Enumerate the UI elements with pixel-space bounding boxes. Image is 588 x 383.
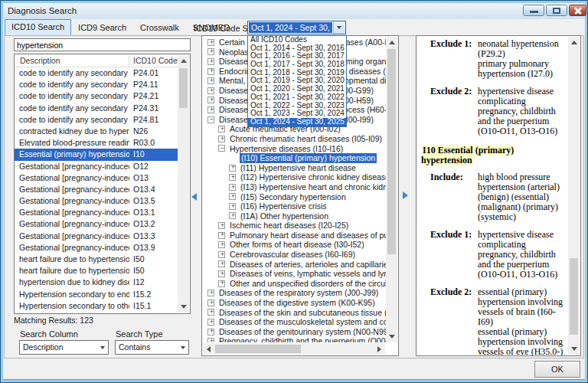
expand-toggle-icon[interactable]: + <box>207 338 214 342</box>
scroll-up-icon[interactable] <box>568 37 580 48</box>
column-header-code[interactable]: ICD10 Code <box>133 56 178 65</box>
tree-item[interactable]: +(I16) Hypertensive crisis <box>203 201 387 211</box>
scroll-left-icon[interactable] <box>203 343 214 355</box>
tree-item[interactable]: +(I13) Hypertensive heart and chronic ki… <box>203 182 387 192</box>
dropdown-option[interactable]: Oct 1, 2016 - Sept 30, 2017 <box>248 52 346 61</box>
table-row[interactable]: code to identify any secondary pul...P24… <box>15 67 178 79</box>
title-bar[interactable]: Diagnosis Search <box>3 3 585 19</box>
expand-toggle-icon[interactable]: + <box>218 136 225 142</box>
tree-item[interactable]: +Diseases of the respiratory system (J00… <box>203 288 387 298</box>
expand-toggle-icon[interactable]: + <box>218 126 225 133</box>
tree-item[interactable]: (I10) Essential (primary) hypertension <box>203 153 387 163</box>
expand-toggle-icon[interactable]: + <box>207 300 214 306</box>
scroll-up-icon[interactable] <box>178 55 189 67</box>
tree-item[interactable]: +Pulmonary heart disease and diseases of… <box>203 231 387 241</box>
tree-item[interactable]: +Ischemic heart diseases (I20-I25) <box>203 221 387 231</box>
tree-item[interactable]: +Pregnancy, childbirth and the puerperiu… <box>203 336 387 342</box>
table-row[interactable]: Gestational [pregnancy-induced] hy...O13… <box>15 242 178 254</box>
expand-toggle-icon[interactable]: + <box>207 77 214 84</box>
table-row[interactable]: Gestational [pregnancy-induced] hy...O13… <box>15 231 178 242</box>
expand-toggle-icon[interactable]: + <box>229 174 236 181</box>
transfer-right-arrow-icon[interactable] <box>403 192 408 199</box>
code-set-combobox[interactable]: Oct 1, 2024 - Sept 30, 2025 <box>247 21 346 34</box>
tree-item[interactable]: +Diseases of the digestive system (K00-K… <box>203 298 387 308</box>
expand-toggle-icon[interactable]: + <box>218 270 225 277</box>
table-row[interactable]: hypertension due to kidney disease...I12 <box>15 277 178 288</box>
table-row[interactable]: code to identify any secondary pul...P24… <box>15 79 178 90</box>
table-row[interactable]: contracted kidney due to hypertens...N26 <box>15 126 178 137</box>
expand-toggle-icon[interactable]: + <box>207 309 214 316</box>
expand-toggle-icon[interactable]: + <box>229 203 236 210</box>
search-column-combobox[interactable]: Description <box>19 340 109 355</box>
scroll-down-icon[interactable] <box>178 301 189 313</box>
table-row[interactable]: heart failure due to hypertension wit...… <box>15 265 178 277</box>
table-row[interactable]: Gestational [pregnancy-induced] hy...O13… <box>15 184 178 195</box>
close-button[interactable] <box>569 5 586 16</box>
tree-item[interactable]: −Hypertensive diseases (I10-I16) <box>203 144 387 154</box>
expand-toggle-icon[interactable]: + <box>207 68 214 75</box>
table-row[interactable]: Hypertension secondary to other re...I15… <box>15 300 178 312</box>
table-row[interactable]: Neonatal hypertensionP29.2 <box>15 312 178 313</box>
dropdown-option[interactable]: Oct 1, 2021 - Sept 30, 2022 <box>248 93 346 102</box>
tab-crosswalk[interactable]: Crosswalk <box>133 21 186 35</box>
table-row[interactable]: heart failure due to hypertension (I1...… <box>15 254 178 265</box>
expand-toggle-icon[interactable]: + <box>207 319 214 326</box>
expand-toggle-icon[interactable]: + <box>218 260 225 267</box>
tree-item[interactable]: +Other forms of heart disease (I30-I52) <box>203 240 387 250</box>
table-row[interactable]: Hypertension secondary to endocri...I15.… <box>15 289 178 300</box>
expand-toggle-icon[interactable]: + <box>218 232 225 239</box>
tree-item[interactable]: +(I1A) Other hypertension <box>203 211 387 221</box>
combo-dropdown-button[interactable] <box>333 21 345 34</box>
expand-toggle-icon[interactable]: + <box>218 241 225 248</box>
scroll-right-icon[interactable] <box>374 343 385 355</box>
minimize-button[interactable] <box>523 5 544 16</box>
table-row[interactable]: code to identify any secondary pul...P24… <box>15 114 178 126</box>
search-type-combobox[interactable]: Contains <box>115 340 189 355</box>
dropdown-option[interactable]: Oct 1, 2024 - Sept 30, 2025 <box>248 118 346 126</box>
dropdown-option[interactable]: Oct 1, 2020 - Sept 30, 2021 <box>248 85 346 93</box>
expand-toggle-icon[interactable]: + <box>207 39 214 46</box>
tree-hscrollbar[interactable] <box>203 343 385 355</box>
tree-item[interactable]: +Diseases of the skin and subcutaneous t… <box>203 308 387 318</box>
expand-toggle-icon[interactable]: + <box>207 87 214 94</box>
table-row[interactable]: Gestational [pregnancy-induced] hy...O13 <box>15 172 178 184</box>
scrollbar-thumb[interactable] <box>215 345 301 353</box>
expand-toggle-icon[interactable]: + <box>218 280 225 287</box>
tree-item[interactable]: +(I11) Hypertensive heart disease <box>203 163 387 173</box>
dropdown-option[interactable]: All ICD10 Codes <box>248 36 346 44</box>
search-input[interactable] <box>14 38 191 51</box>
scroll-up-icon[interactable] <box>386 37 397 48</box>
tab-icd10-search[interactable]: ICD10 Search <box>5 19 71 35</box>
collapse-toggle-icon[interactable]: − <box>207 116 214 123</box>
table-row[interactable]: Gestational [pregnancy-induced] hy...O13… <box>15 195 178 207</box>
tree-item[interactable]: +Other and unspecified disorders of the … <box>203 279 387 289</box>
expand-toggle-icon[interactable]: + <box>229 184 236 191</box>
tab-icd9-search[interactable]: ICD9 Search <box>71 21 133 35</box>
expand-toggle-icon[interactable]: + <box>207 48 214 55</box>
table-row[interactable]: Essential (primary) hypertensionI10 <box>15 149 178 160</box>
transfer-left-arrow-icon[interactable] <box>191 193 197 201</box>
collapse-toggle-icon[interactable]: − <box>218 145 225 152</box>
expand-toggle-icon[interactable]: + <box>207 97 214 103</box>
table-row[interactable]: code to identify any secondary pul...P24… <box>15 103 178 114</box>
column-header-description[interactable]: Description <box>20 56 60 65</box>
detail-vscrollbar[interactable] <box>568 37 580 355</box>
table-row[interactable]: Gestational [pregnancy-induced] hy...O13… <box>15 218 178 230</box>
tree-item[interactable]: +Chronic rheumatic heart diseases (I05-I… <box>203 134 387 144</box>
dropdown-option[interactable]: Oct 1, 2014 - Sept 30, 2016 <box>248 44 346 53</box>
ok-button[interactable]: OK <box>534 361 580 378</box>
dropdown-option[interactable]: Oct 1, 2017 - Sept 30, 2018 <box>248 61 346 69</box>
scrollbar-thumb[interactable] <box>179 68 188 108</box>
expand-toggle-icon[interactable]: + <box>207 290 214 296</box>
scroll-down-icon[interactable] <box>568 343 580 355</box>
expand-toggle-icon[interactable]: + <box>207 58 214 65</box>
scroll-down-icon[interactable] <box>386 331 397 342</box>
table-row[interactable]: Gestational [pregnancy-induced] ed...O12 <box>15 161 178 172</box>
expand-toggle-icon[interactable]: + <box>218 222 225 229</box>
dropdown-option[interactable]: Oct 1, 2023 - Sept 30, 2024 <box>248 110 346 118</box>
expand-toggle-icon[interactable]: + <box>229 212 236 219</box>
expand-toggle-icon[interactable]: + <box>207 329 214 336</box>
maximize-button[interactable] <box>546 5 567 16</box>
table-row[interactable]: Gestational [pregnancy-induced] hy...O13… <box>15 207 178 218</box>
tree-item[interactable]: +Diseases of the genitourinary system (N… <box>203 327 387 337</box>
